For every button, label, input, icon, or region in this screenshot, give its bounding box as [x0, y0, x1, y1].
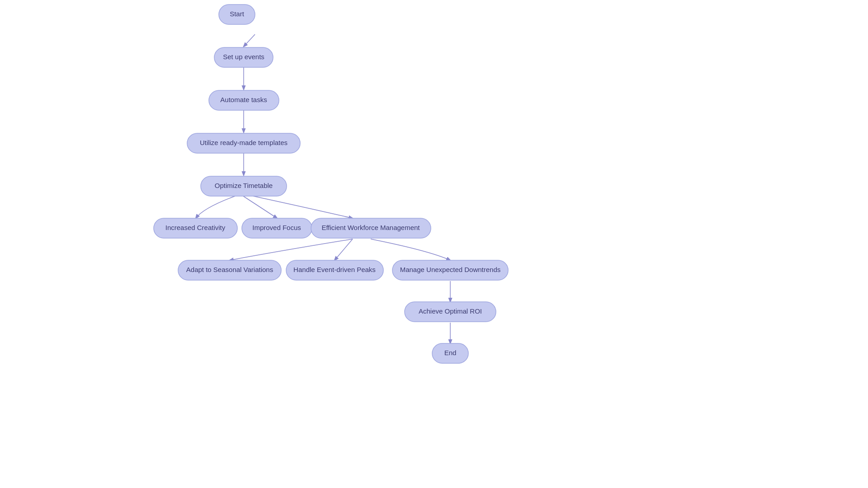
- arrow-timetable-focus: [243, 196, 277, 218]
- arrow-timetable-workforce: [253, 196, 353, 218]
- node-downtrends-label: Manage Unexpected Downtrends: [400, 266, 501, 273]
- node-start-label: Start: [230, 10, 245, 18]
- arrow-start-setup: [244, 34, 255, 47]
- arrow-workforce-seasonal: [230, 239, 353, 260]
- node-end-label: End: [444, 349, 457, 357]
- arrow-workforce-peaks: [335, 239, 353, 260]
- node-seasonal-label: Adapt to Seasonal Variations: [186, 266, 273, 273]
- node-workforce-label: Efficient Workforce Management: [321, 224, 420, 231]
- node-roi-label: Achieve Optimal ROI: [419, 307, 482, 315]
- arrow-timetable-creativity: [196, 196, 235, 218]
- node-peaks-label: Handle Event-driven Peaks: [293, 266, 376, 273]
- node-automate-label: Automate tasks: [220, 96, 267, 103]
- node-timetable-label: Optimize Timetable: [215, 182, 273, 189]
- node-templates-label: Utilize ready-made templates: [200, 139, 288, 146]
- node-creativity-label: Increased Creativity: [165, 224, 226, 231]
- node-setup-label: Set up events: [223, 53, 264, 61]
- diagram-container: Start Set up events Automate tasks Utili…: [0, 0, 868, 488]
- arrow-workforce-downtrends: [371, 239, 450, 260]
- node-focus-label: Improved Focus: [252, 224, 301, 231]
